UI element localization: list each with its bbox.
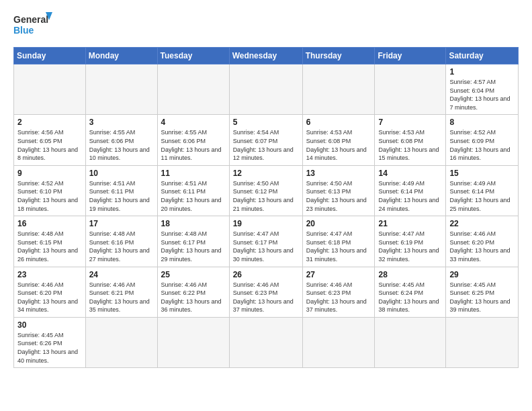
calendar-cell: [14, 64, 86, 115]
day-number: 24: [89, 270, 154, 279]
day-number: 8: [449, 118, 515, 127]
calendar-cell: [229, 317, 302, 367]
calendar-cell: 2Sunrise: 4:56 AM Sunset: 6:05 PM Daylig…: [14, 115, 86, 165]
week-row-5: 23Sunrise: 4:46 AM Sunset: 6:20 PM Dayli…: [14, 267, 519, 317]
calendar-cell: 11Sunrise: 4:51 AM Sunset: 6:11 PM Dayli…: [157, 165, 229, 216]
calendar-cell: 7Sunrise: 4:53 AM Sunset: 6:08 PM Daylig…: [375, 115, 446, 165]
calendar-cell: 16Sunrise: 4:48 AM Sunset: 6:15 PM Dayli…: [14, 216, 86, 267]
calendar-cell: [157, 64, 229, 115]
week-row-6: 30Sunrise: 4:45 AM Sunset: 6:26 PM Dayli…: [14, 317, 519, 367]
day-number: 5: [233, 118, 299, 127]
day-info: Sunrise: 4:50 AM Sunset: 6:12 PM Dayligh…: [233, 179, 299, 213]
day-number: 20: [306, 219, 371, 228]
calendar-cell: [375, 317, 446, 367]
calendar-cell: 20Sunrise: 4:47 AM Sunset: 6:18 PM Dayli…: [302, 216, 375, 267]
day-info: Sunrise: 4:46 AM Sunset: 6:23 PM Dayligh…: [233, 281, 299, 314]
calendar-cell: 8Sunrise: 4:52 AM Sunset: 6:09 PM Daylig…: [446, 115, 519, 165]
day-number: 6: [306, 118, 371, 127]
day-number: 12: [233, 169, 299, 178]
day-info: Sunrise: 4:46 AM Sunset: 6:21 PM Dayligh…: [89, 281, 154, 314]
calendar-cell: 6Sunrise: 4:53 AM Sunset: 6:08 PM Daylig…: [302, 115, 375, 165]
day-info: Sunrise: 4:47 AM Sunset: 6:19 PM Dayligh…: [378, 230, 442, 263]
calendar-cell: [157, 317, 229, 367]
weekday-header-thursday: Thursday: [302, 48, 375, 64]
day-number: 15: [449, 169, 515, 178]
weekday-header-friday: Friday: [375, 48, 446, 64]
day-info: Sunrise: 4:46 AM Sunset: 6:20 PM Dayligh…: [17, 281, 82, 314]
calendar-cell: [446, 317, 519, 367]
header: General Blue: [13, 11, 519, 40]
day-info: Sunrise: 4:53 AM Sunset: 6:08 PM Dayligh…: [378, 128, 442, 162]
calendar-cell: 29Sunrise: 4:45 AM Sunset: 6:25 PM Dayli…: [446, 267, 519, 317]
calendar-cell: [229, 64, 302, 115]
calendar-cell: 22Sunrise: 4:46 AM Sunset: 6:20 PM Dayli…: [446, 216, 519, 267]
week-row-4: 16Sunrise: 4:48 AM Sunset: 6:15 PM Dayli…: [14, 216, 519, 267]
calendar-cell: 3Sunrise: 4:55 AM Sunset: 6:06 PM Daylig…: [85, 115, 157, 165]
calendar-cell: 18Sunrise: 4:48 AM Sunset: 6:17 PM Dayli…: [157, 216, 229, 267]
day-number: 30: [17, 320, 82, 330]
day-number: 2: [17, 118, 82, 127]
day-number: 13: [306, 169, 371, 178]
day-info: Sunrise: 4:55 AM Sunset: 6:06 PM Dayligh…: [89, 128, 154, 162]
calendar-cell: [85, 64, 157, 115]
calendar-cell: [302, 317, 375, 367]
calendar-cell: 28Sunrise: 4:45 AM Sunset: 6:24 PM Dayli…: [375, 267, 446, 317]
day-info: Sunrise: 4:46 AM Sunset: 6:20 PM Dayligh…: [449, 230, 515, 263]
weekday-header-sunday: Sunday: [14, 48, 86, 64]
day-info: Sunrise: 4:47 AM Sunset: 6:17 PM Dayligh…: [233, 230, 299, 263]
day-info: Sunrise: 4:48 AM Sunset: 6:15 PM Dayligh…: [17, 230, 82, 263]
calendar-cell: 17Sunrise: 4:48 AM Sunset: 6:16 PM Dayli…: [85, 216, 157, 267]
calendar-cell: 26Sunrise: 4:46 AM Sunset: 6:23 PM Dayli…: [229, 267, 302, 317]
page: General Blue SundayMondayTuesdayWednesda…: [0, 0, 532, 375]
calendar-cell: 30Sunrise: 4:45 AM Sunset: 6:26 PM Dayli…: [14, 317, 86, 367]
day-number: 29: [449, 270, 515, 279]
day-info: Sunrise: 4:51 AM Sunset: 6:11 PM Dayligh…: [161, 179, 226, 213]
calendar-table: SundayMondayTuesdayWednesdayThursdayFrid…: [13, 47, 519, 368]
svg-text:General: General: [13, 14, 48, 25]
day-number: 1: [449, 67, 515, 77]
day-info: Sunrise: 4:52 AM Sunset: 6:09 PM Dayligh…: [449, 128, 515, 162]
day-number: 7: [378, 118, 442, 127]
day-number: 16: [17, 219, 82, 228]
calendar-cell: 9Sunrise: 4:52 AM Sunset: 6:10 PM Daylig…: [14, 165, 86, 216]
weekday-header-saturday: Saturday: [446, 48, 519, 64]
week-row-2: 2Sunrise: 4:56 AM Sunset: 6:05 PM Daylig…: [14, 115, 519, 165]
day-number: 10: [89, 169, 154, 178]
week-row-1: 1Sunrise: 4:57 AM Sunset: 6:04 PM Daylig…: [14, 64, 519, 115]
calendar-cell: 10Sunrise: 4:51 AM Sunset: 6:11 PM Dayli…: [85, 165, 157, 216]
day-number: 9: [17, 169, 82, 178]
day-number: 17: [89, 219, 154, 228]
calendar-cell: 21Sunrise: 4:47 AM Sunset: 6:19 PM Dayli…: [375, 216, 446, 267]
day-info: Sunrise: 4:49 AM Sunset: 6:14 PM Dayligh…: [449, 179, 515, 213]
calendar-cell: 5Sunrise: 4:54 AM Sunset: 6:07 PM Daylig…: [229, 115, 302, 165]
day-info: Sunrise: 4:48 AM Sunset: 6:16 PM Dayligh…: [89, 230, 154, 263]
generalblue-logo-icon: General Blue: [13, 11, 54, 40]
day-info: Sunrise: 4:53 AM Sunset: 6:08 PM Dayligh…: [306, 128, 371, 162]
calendar-cell: 12Sunrise: 4:50 AM Sunset: 6:12 PM Dayli…: [229, 165, 302, 216]
day-number: 28: [378, 270, 442, 279]
calendar-cell: 1Sunrise: 4:57 AM Sunset: 6:04 PM Daylig…: [446, 64, 519, 115]
calendar-cell: 15Sunrise: 4:49 AM Sunset: 6:14 PM Dayli…: [446, 165, 519, 216]
day-info: Sunrise: 4:45 AM Sunset: 6:24 PM Dayligh…: [378, 281, 442, 314]
day-number: 3: [89, 118, 154, 127]
calendar-cell: 27Sunrise: 4:46 AM Sunset: 6:23 PM Dayli…: [302, 267, 375, 317]
svg-text:Blue: Blue: [13, 25, 34, 36]
calendar-cell: 24Sunrise: 4:46 AM Sunset: 6:21 PM Dayli…: [85, 267, 157, 317]
day-info: Sunrise: 4:57 AM Sunset: 6:04 PM Dayligh…: [449, 78, 515, 111]
calendar-cell: 23Sunrise: 4:46 AM Sunset: 6:20 PM Dayli…: [14, 267, 86, 317]
weekday-header-wednesday: Wednesday: [229, 48, 302, 64]
week-row-3: 9Sunrise: 4:52 AM Sunset: 6:10 PM Daylig…: [14, 165, 519, 216]
day-info: Sunrise: 4:56 AM Sunset: 6:05 PM Dayligh…: [17, 128, 82, 162]
day-number: 27: [306, 270, 371, 279]
weekday-header-tuesday: Tuesday: [157, 48, 229, 64]
weekday-header-monday: Monday: [85, 48, 157, 64]
day-info: Sunrise: 4:45 AM Sunset: 6:25 PM Dayligh…: [449, 281, 515, 314]
day-number: 23: [17, 270, 82, 279]
day-info: Sunrise: 4:47 AM Sunset: 6:18 PM Dayligh…: [306, 230, 371, 263]
day-info: Sunrise: 4:46 AM Sunset: 6:22 PM Dayligh…: [161, 281, 226, 314]
day-number: 4: [161, 118, 226, 127]
calendar-cell: [302, 64, 375, 115]
day-number: 11: [161, 169, 226, 178]
day-info: Sunrise: 4:52 AM Sunset: 6:10 PM Dayligh…: [17, 179, 82, 213]
calendar-cell: 4Sunrise: 4:55 AM Sunset: 6:06 PM Daylig…: [157, 115, 229, 165]
